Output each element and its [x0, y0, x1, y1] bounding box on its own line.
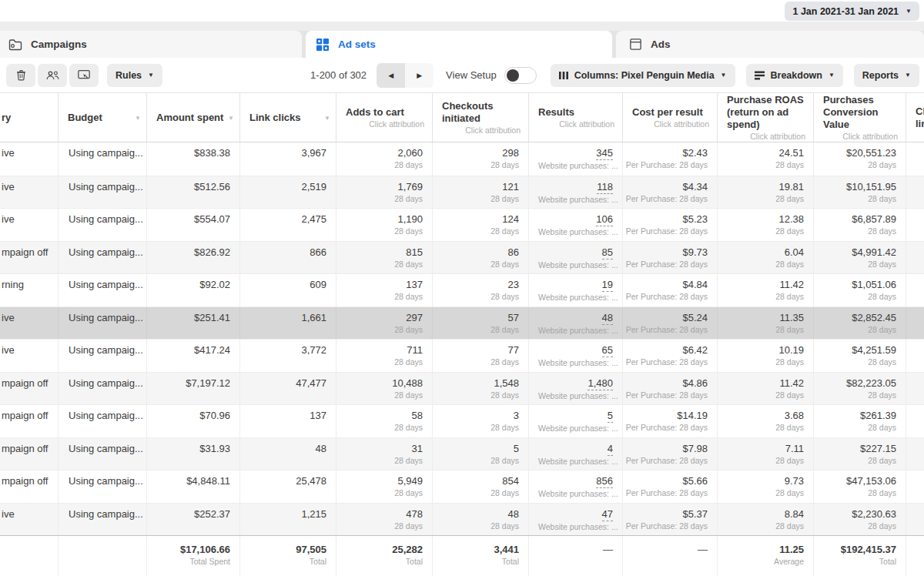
- breakdown-button[interactable]: Breakdown ▼: [746, 64, 843, 87]
- header-purchase-roas[interactable]: Purchase ROAS (return on ad spend)Click …: [717, 93, 813, 142]
- header-cpc[interactable]: CPlin: [906, 93, 924, 142]
- audience-button[interactable]: [38, 64, 67, 87]
- view-setup-toggle[interactable]: [504, 67, 537, 84]
- cell-cost-per-result: $14.19Per Purchase: 28 days: [622, 405, 717, 437]
- cell-link-clicks: 2,519: [239, 176, 336, 209]
- table-row[interactable]: ive Using campaig... $251.41 1,661 29728…: [0, 306, 924, 340]
- edit-button[interactable]: [69, 64, 99, 87]
- table-row[interactable]: ive Using campaig... $417.24 3,772 71128…: [0, 339, 924, 372]
- cell-cost-per-result: $7.98Per Purchase: 28 days: [622, 438, 717, 471]
- cell-cpc: [906, 176, 924, 209]
- date-range-label: 1 Jan 2021-31 Jan 2021: [792, 6, 899, 17]
- table-row[interactable]: ive Using campaig... $512.56 2,519 1,769…: [0, 176, 924, 209]
- cell-delivery: ive: [0, 142, 58, 176]
- table-row[interactable]: mpaign off Using campaig... $826.92 866 …: [0, 241, 924, 274]
- cell-results: 48Website purchases: ...: [528, 307, 622, 340]
- header-cost-per-result[interactable]: Cost per resultClick attribution: [622, 93, 717, 142]
- results-link[interactable]: 856: [596, 474, 613, 488]
- cell-purchase-roas: 11.4228 days: [717, 274, 813, 306]
- table-row[interactable]: ive Using campaig... $838.38 3,967 2,060…: [0, 142, 924, 176]
- cell-link-clicks: 48: [239, 438, 336, 471]
- header-budget[interactable]: Budget▼: [58, 93, 146, 142]
- cell-adds-to-cart: 1,19028 days: [336, 209, 432, 241]
- header-checkouts-initiated[interactable]: Checkouts initiatedClick attribution: [432, 93, 528, 142]
- cell-checkouts-initiated: 85428 days: [432, 471, 528, 503]
- cell-purchase-roas: 11.3528 days: [717, 307, 813, 340]
- table-row[interactable]: mpaign off Using campaig... $70.96 137 5…: [0, 404, 924, 437]
- cell-results: 345Website purchases: ...: [528, 142, 622, 176]
- cell-cpc: [906, 471, 924, 503]
- tab-campaigns[interactable]: Campaigns: [0, 31, 302, 58]
- table-row[interactable]: mpaign off Using campaig... $7,197.12 47…: [0, 372, 924, 405]
- header-adds-to-cart[interactable]: Adds to cartClick attribution: [336, 93, 432, 142]
- results-link[interactable]: 345: [596, 146, 613, 160]
- cell-cost-per-result: $5.23Per Purchase: 28 days: [622, 209, 717, 241]
- header-purchases-conversion-value[interactable]: Purchases Conversion ValueClick attribut…: [813, 93, 906, 142]
- cell-results: 85Website purchases: ...: [528, 242, 622, 274]
- tab-bar: Campaigns Ad sets Ads: [0, 31, 924, 58]
- table-row[interactable]: rning Using campaig... $92.02 609 13728 …: [0, 273, 924, 306]
- frame-icon: [628, 37, 643, 52]
- toolbar: Rules ▼ 1-200 of 302 ◀ ▶ View Setup Colu…: [0, 58, 924, 92]
- chevron-down-icon: ▼: [721, 72, 727, 79]
- cell-purchases-conversion-value: $20,551.2328 days: [813, 142, 906, 176]
- results-link[interactable]: 48: [602, 311, 613, 325]
- delete-button[interactable]: [6, 64, 35, 87]
- results-link[interactable]: 65: [602, 343, 613, 357]
- table-row[interactable]: ive Using campaig... $554.07 2,475 1,190…: [0, 208, 924, 241]
- totals-amount-spent: $17,106.66Total Spent: [146, 536, 239, 576]
- cell-amount-spent: $554.07: [146, 209, 239, 241]
- reports-button[interactable]: Reports ▼: [854, 64, 919, 87]
- cell-budget: Using campaig...: [58, 405, 146, 437]
- results-link[interactable]: 1,480: [588, 377, 613, 390]
- cell-cost-per-result: $6.42Per Purchase: 28 days: [622, 340, 717, 372]
- cell-amount-spent: $838.38: [146, 142, 239, 176]
- cell-delivery: rning: [0, 274, 58, 306]
- cell-cpc: [906, 274, 924, 306]
- next-page-button[interactable]: ▶: [405, 63, 434, 88]
- table-header: ry Budget▼ Amount spent▼ Link clicks▼ Ad…: [0, 92, 924, 142]
- results-link[interactable]: 47: [602, 507, 613, 521]
- table-row[interactable]: mpaign off Using campaig... $4,848.11 25…: [0, 470, 924, 503]
- table-row[interactable]: mpaign off Using campaig... $31.93 48 31…: [0, 437, 924, 471]
- cell-checkouts-initiated: 328 days: [432, 405, 528, 437]
- cell-delivery: ive: [0, 209, 58, 241]
- cell-delivery: ive: [0, 307, 58, 340]
- header-delivery[interactable]: ry: [0, 93, 58, 142]
- cell-results: 856Website purchases: ...: [528, 471, 622, 503]
- cell-budget: Using campaig...: [58, 209, 146, 241]
- cell-link-clicks: 2,475: [239, 209, 336, 241]
- cell-results: 118Website purchases: ...: [528, 176, 622, 209]
- cell-delivery: ive: [0, 176, 58, 209]
- cell-purchase-roas: 10.1928 days: [717, 340, 813, 372]
- chevron-down-icon: ▼: [829, 72, 835, 79]
- rules-button[interactable]: Rules ▼: [107, 64, 162, 87]
- cell-checkouts-initiated: 4828 days: [432, 504, 528, 536]
- cell-adds-to-cart: 1,76928 days: [336, 176, 432, 209]
- cell-budget: Using campaig...: [58, 142, 146, 176]
- header-amount-spent[interactable]: Amount spent▼: [146, 93, 239, 142]
- results-link[interactable]: 118: [597, 180, 613, 194]
- cell-purchase-roas: 8.8428 days: [717, 504, 813, 536]
- cell-cost-per-result: $2.43Per Purchase: 28 days: [622, 142, 717, 176]
- cell-link-clicks: 137: [239, 405, 336, 437]
- header-link-clicks[interactable]: Link clicks▼: [239, 93, 336, 142]
- results-link[interactable]: 4: [608, 442, 613, 456]
- date-range-selector[interactable]: 1 Jan 2021-31 Jan 2021 ▼: [785, 2, 919, 21]
- tab-ads[interactable]: Ads: [616, 31, 924, 58]
- cell-amount-spent: $31.93: [146, 438, 239, 471]
- header-results[interactable]: ResultsClick attribution: [528, 93, 622, 142]
- totals-purchases-conversion-value: $192,415.37Total: [813, 536, 906, 576]
- cell-purchases-conversion-value: $10,151.9528 days: [813, 176, 906, 209]
- previous-page-button[interactable]: ◀: [377, 63, 405, 88]
- results-link[interactable]: 85: [602, 246, 613, 260]
- tab-ad-sets[interactable]: Ad sets: [306, 31, 612, 58]
- table-row[interactable]: ive Using campaig... $252.37 1,215 47828…: [0, 503, 924, 536]
- results-link[interactable]: 5: [608, 409, 613, 423]
- cell-checkouts-initiated: 528 days: [432, 438, 528, 471]
- results-link[interactable]: 19: [602, 278, 613, 292]
- columns-button[interactable]: Columns: Pixel Penguin Media ▼: [551, 64, 735, 87]
- cell-budget: Using campaig...: [58, 176, 146, 209]
- results-link[interactable]: 106: [596, 213, 613, 226]
- tab-ads-label: Ads: [651, 39, 671, 50]
